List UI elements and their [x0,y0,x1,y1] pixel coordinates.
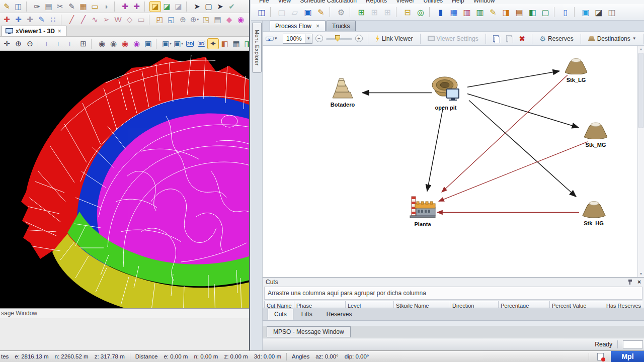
zoom-out-button[interactable]: − [315,35,323,42]
run-schedule-icon[interactable]: ⊞ [355,6,368,18]
accept-check-icon[interactable]: ✔ [226,1,237,12]
window-calendar-icon[interactable]: ◧ [526,6,539,18]
edit-graph-icon[interactable]: ✎ [487,6,500,18]
scrollbar-thumb[interactable] [638,53,643,128]
panel-layout-icon[interactable]: ◫ [255,6,268,18]
zoom-combobox[interactable]: 100% ▼ [283,34,312,44]
camera-add-icon[interactable]: ◉ [96,38,108,49]
menu-explorer-tab[interactable]: Menu Explorer [252,23,262,73]
column-header-has-reserves[interactable]: Has Reserves [604,301,642,308]
tab-lifts[interactable]: Lifts [295,309,318,319]
feather-pen-icon[interactable]: ✑ [31,1,43,12]
lamp-icon[interactable]: ✦ [207,38,219,49]
layer-manager-icon[interactable]: ◫ [13,1,24,12]
zoom-out-icon[interactable]: ⊖ [24,38,36,49]
delete-button[interactable]: ✖ [517,34,527,44]
tag-add-icon[interactable]: ◪ [161,1,173,12]
menu-item-window[interactable]: Window [473,0,495,4]
add-point-red-icon[interactable]: ✚ [1,14,13,25]
polygon-pink-icon[interactable]: ◆ [223,14,235,25]
surface-shell-icon[interactable]: ◗ [101,1,112,12]
add-pencil-icon[interactable]: ✎ [36,14,47,25]
close-icon[interactable]: × [315,23,320,30]
shape-orange-icon[interactable]: ◰ [154,14,166,25]
menu-item-help[interactable]: Help [452,0,464,4]
sphere-menu-icon[interactable]: ⊕▾ [189,14,200,25]
cylinder-stack-icon[interactable]: ▤ [212,14,223,25]
reserves-button[interactable]: ⚙Reserves [537,34,575,44]
point-add-icon[interactable]: ✚ [131,1,142,12]
tab-process-flow[interactable]: Process Flow × [270,21,326,31]
sphere-check-icon[interactable]: ⊕ [177,14,189,25]
column-header-percentage[interactable]: Percentage [499,301,550,308]
database-validate-icon[interactable]: ◎ [414,6,427,18]
arrow-tool-icon[interactable]: ➢ [101,14,112,25]
slider-thumb[interactable] [335,35,340,42]
truck-run-icon[interactable]: ⊟ [401,6,414,18]
3d-viewport[interactable] [0,51,249,308]
diamond-tool-icon[interactable]: ◇ [124,14,135,25]
animation-clapper-icon[interactable]: ◪ [592,6,605,18]
curve-tool-icon[interactable]: ∿ [89,14,101,25]
menu-item-view[interactable]: View [278,0,291,4]
material-box-icon[interactable]: ◧ [219,38,230,49]
copy-button[interactable] [491,34,501,43]
node-stk-hg[interactable]: Stk_HG [571,198,616,226]
select-plusminus-icon[interactable]: ➤ [214,1,226,12]
zoom-in-button[interactable]: + [355,35,363,42]
chevron-down-icon[interactable]: ▼ [305,34,312,43]
destinations-button[interactable]: Destinations▼ [586,34,638,43]
group-by-bar[interactable]: Arrastre una columna aquí para agrupar p… [264,287,642,300]
settings-gear-icon[interactable]: ⚙ [335,6,348,18]
select-cursor-icon[interactable]: ➤ [191,1,203,12]
shapes-overlap-icon[interactable]: ◱ [166,14,177,25]
truck-chart-icon[interactable]: ▤ [513,6,526,18]
database-icon[interactable]: ▤ [43,1,54,12]
tag-outline-icon[interactable]: ◪ [173,1,184,12]
plane-zn-icon[interactable]: ∟ [66,38,77,49]
color-cube-icon[interactable]: ▦ [77,1,89,12]
view-3d-icon[interactable]: 3D [196,38,207,49]
column-header-stkpile-name[interactable]: Stkpile Name [394,301,450,308]
plane-ze-icon[interactable]: ∟ [54,38,66,49]
node-botadero[interactable]: Botadero [320,77,365,108]
book-report-icon[interactable]: ▮ [434,6,447,18]
menu-item-viewer[interactable]: Viewer [396,0,414,4]
viewer-lock-icon[interactable]: ▣ [142,38,154,49]
zoom-slider[interactable] [326,35,352,42]
link-viewer-button[interactable]: Link Viewer [373,34,415,43]
mpl-logo[interactable]: Mpl [611,351,644,362]
box-3d-icon[interactable]: ◳ [200,14,212,25]
close-icon[interactable]: × [637,279,641,286]
plane-ne-icon[interactable]: ∟ [43,38,54,49]
zoom-in-icon[interactable]: ⊕ [13,38,24,49]
tab-trucks[interactable]: Trucks [327,21,356,31]
process-flow-canvas[interactable]: Botadero open pit [263,46,644,277]
tab-reserves[interactable]: Reserves [320,309,358,319]
viewer-menu-icon[interactable]: ▣▾ [173,38,184,49]
column-header-direction[interactable]: Direction [450,301,499,308]
remove-point-icon[interactable]: ✚ [24,14,36,25]
grid-mesh-icon[interactable]: ▦ [230,38,242,49]
camera-undo-icon[interactable]: ◉ [108,38,119,49]
menu-item-utilities[interactable]: Utilities [423,0,443,4]
grid-points-icon[interactable]: ∷ [47,14,59,25]
node-planta[interactable]: Planta [400,195,445,227]
menu-item-schedule-calculation[interactable]: Schedule Calculation [300,0,357,4]
viewer-tag-icon[interactable]: ◨ [242,38,249,49]
scroll-up-icon[interactable]: ▲ [638,46,644,52]
color-wheel-icon[interactable]: ◉ [235,14,247,25]
camera-target-icon[interactable]: ◉ [119,38,131,49]
line-tool-icon[interactable]: ╱ [66,14,77,25]
column-header-level[interactable]: Level [346,301,394,308]
polyline-tool-icon[interactable]: ╱ [77,14,89,25]
zoom-extents-icon[interactable]: ✛ [1,38,13,49]
point-add-remove-icon[interactable]: ✚ [119,1,131,12]
vertical-scrollbar[interactable]: ▲ ▼ [637,46,644,277]
node-stk-mg[interactable]: Stk_MG [573,119,618,148]
document-record-icon[interactable] [597,353,604,360]
column-header-phase[interactable]: Phase [294,301,346,308]
pin-icon[interactable] [628,280,632,285]
rect-select-icon[interactable]: ▭ [135,14,147,25]
tag-highlight-icon[interactable]: ◪ [149,1,161,12]
